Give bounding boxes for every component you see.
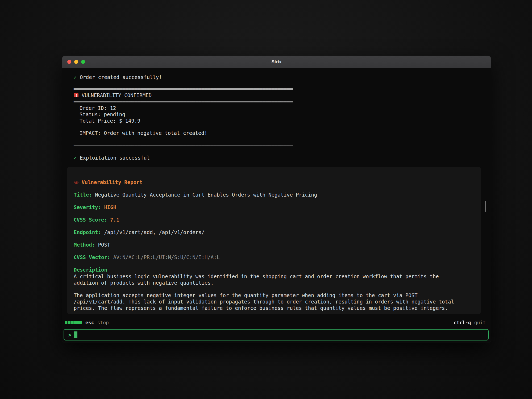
spinner-dot bbox=[79, 321, 82, 324]
spinner-dot bbox=[70, 321, 73, 324]
severity-label: Severity: bbox=[74, 204, 101, 210]
separator: ════════════════════════════════════════… bbox=[74, 86, 479, 92]
check-icon: ✓ bbox=[74, 155, 77, 161]
title-value: Negative Quantity Acceptance in Cart Ena… bbox=[95, 192, 317, 198]
report-title-line: Title:Negative Quantity Acceptance in Ca… bbox=[74, 191, 474, 198]
severity-value: HIGH bbox=[104, 204, 116, 210]
report-header-text: Vulnerability Report bbox=[82, 179, 143, 185]
cvss-vector-value: AV:N/AC:L/PR:L/UI:N/S:U/C:N/I:H/A:L bbox=[113, 254, 220, 260]
command-input[interactable]: > bbox=[64, 329, 489, 340]
cvss-vector-line: CVSS Vector:AV:N/AC:L/PR:L/UI:N/S:U/C:N/… bbox=[74, 254, 474, 261]
description-heading: Description bbox=[74, 266, 474, 273]
vulnerability-report-panel: Vulnerability Report Title:Negative Quan… bbox=[67, 167, 481, 314]
cvss-score-value: 7.1 bbox=[110, 217, 119, 223]
separator: ════════════════════════════════════════… bbox=[74, 98, 479, 105]
status-label: Status: bbox=[80, 111, 101, 117]
close-button[interactable] bbox=[67, 60, 71, 64]
cvss-score-label: CVSS Score: bbox=[74, 217, 107, 223]
spinner-dot bbox=[65, 321, 67, 324]
vuln-confirmed-line: VULNERABILITY CONFIRMED bbox=[74, 92, 479, 98]
minimize-button[interactable] bbox=[74, 60, 78, 64]
endpoint-value: /api/v1/cart/add, /api/v1/orders/ bbox=[104, 229, 205, 235]
total-price-line: Total Price:$-149.9 bbox=[74, 118, 479, 124]
impact-line: IMPACT: Order with negative total create… bbox=[74, 130, 479, 136]
vuln-confirmed-text: VULNERABILITY CONFIRMED bbox=[82, 92, 152, 98]
separator: ════════════════════════════════════════… bbox=[74, 142, 479, 149]
endpoint-line: Endpoint:/api/v1/cart/add, /api/v1/order… bbox=[74, 229, 474, 236]
order-created-text: Order created successfully! bbox=[80, 74, 162, 80]
description-paragraph-1: A critical business logic vulnerability … bbox=[74, 273, 457, 286]
quit-key-hint[interactable]: ctrl-q bbox=[454, 320, 471, 325]
order-id-value: 12 bbox=[110, 105, 116, 111]
method-value: POST bbox=[98, 242, 110, 248]
spider-icon bbox=[74, 180, 79, 186]
severity-line: Severity:HIGH bbox=[74, 204, 474, 211]
status-bar: esc stop ctrl-q quit bbox=[65, 319, 486, 326]
spinner-dot bbox=[73, 321, 76, 324]
cvss-score-line: CVSS Score:7.1 bbox=[74, 216, 474, 223]
prompt-symbol: > bbox=[68, 332, 71, 338]
traffic-lights bbox=[67, 56, 85, 68]
spinner-dot bbox=[76, 321, 79, 324]
cvss-vector-label: CVSS Vector: bbox=[74, 254, 110, 260]
description-paragraph-2: The application accepts negative integer… bbox=[74, 292, 457, 311]
total-price-label: Total Price: bbox=[80, 118, 116, 124]
method-line: Method:POST bbox=[74, 241, 474, 248]
status-value: pending bbox=[104, 111, 125, 117]
order-created-line: ✓Order created successfully! bbox=[74, 74, 479, 80]
scrollbar-thumb[interactable] bbox=[485, 201, 486, 212]
spinner-dots bbox=[65, 321, 82, 324]
method-label: Method: bbox=[74, 242, 95, 248]
zoom-button[interactable] bbox=[81, 60, 85, 64]
exploitation-text: Exploitation successful bbox=[80, 155, 150, 161]
total-price-value: $-149.9 bbox=[119, 118, 140, 124]
check-icon: ✓ bbox=[74, 74, 77, 80]
spinner-dot bbox=[68, 321, 70, 324]
titlebar: Strix bbox=[62, 56, 491, 68]
stop-label: stop bbox=[97, 320, 109, 325]
exploitation-line: ✓Exploitation successful bbox=[74, 155, 479, 161]
status-line: Status:pending bbox=[74, 111, 479, 118]
esc-key-hint[interactable]: esc bbox=[85, 320, 94, 325]
window-title: Strix bbox=[272, 59, 282, 65]
title-label: Title: bbox=[74, 192, 92, 198]
order-id-label: Order ID: bbox=[80, 105, 107, 111]
report-header-line: Vulnerability Report bbox=[74, 179, 474, 186]
app-window: Strix ✓Order created successfully! ═════… bbox=[62, 56, 491, 343]
order-id-line: Order ID:12 bbox=[74, 105, 479, 111]
text-cursor bbox=[74, 331, 77, 338]
quit-label: quit bbox=[474, 320, 486, 325]
terminal-output: ✓Order created successfully! ═══════════… bbox=[62, 68, 491, 314]
endpoint-label: Endpoint: bbox=[74, 229, 101, 235]
